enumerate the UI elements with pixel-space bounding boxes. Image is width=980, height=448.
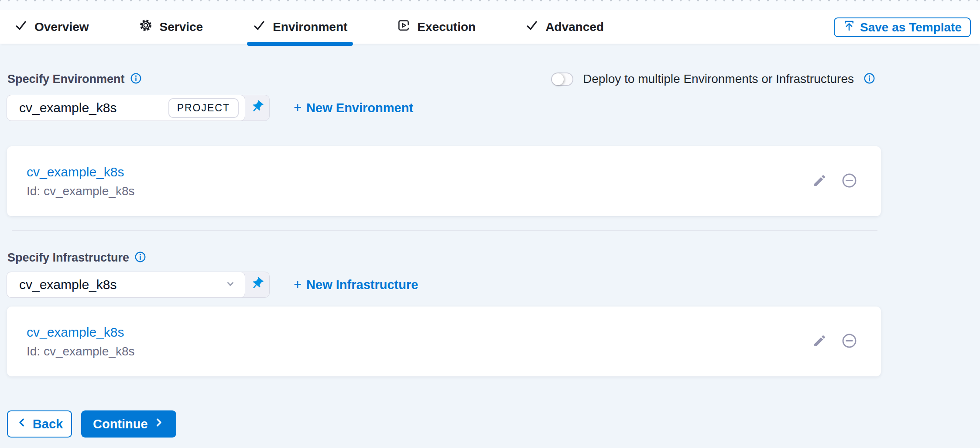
environment-pin-button[interactable] (245, 95, 269, 121)
gear-icon (139, 18, 153, 35)
check-icon (14, 19, 27, 35)
chevron-right-icon (153, 417, 164, 431)
environment-select-input[interactable]: cv_example_k8s PROJECT (7, 95, 245, 121)
environment-id-text: Id: cv_example_k8s (27, 184, 134, 198)
specify-environment-label: Specify Environment (7, 72, 125, 86)
environment-select-group: cv_example_k8s PROJECT (7, 95, 270, 121)
minus-circle-icon (841, 172, 857, 190)
infrastructure-id-text: Id: cv_example_k8s (27, 345, 134, 358)
minus-circle-icon (841, 333, 857, 350)
new-environment-label: New Environment (306, 101, 413, 115)
toggle-knob (552, 73, 564, 85)
chevron-down-icon (224, 277, 237, 292)
pencil-icon (812, 334, 827, 349)
environment-tab-panel: Specify Environment Deploy to multiple E… (0, 44, 980, 448)
chevron-left-icon (16, 417, 28, 431)
remove-infrastructure-button[interactable] (841, 333, 857, 350)
save-as-template-label: Save as Template (860, 21, 962, 34)
infrastructure-select-group: cv_example_k8s (7, 272, 270, 298)
tab-label: Advanced (545, 20, 604, 34)
infrastructure-pin-button[interactable] (245, 272, 269, 297)
pencil-icon (812, 173, 827, 189)
back-label: Back (33, 417, 63, 431)
new-environment-link[interactable]: + New Environment (294, 100, 413, 116)
edit-infrastructure-button[interactable] (812, 334, 827, 349)
new-infrastructure-link[interactable]: + New Infrastructure (294, 277, 418, 293)
infrastructure-card-info: cv_example_k8s Id: cv_example_k8s (27, 325, 134, 358)
tab-label: Service (160, 20, 203, 34)
tab-environment[interactable]: Environment (250, 10, 350, 44)
info-icon[interactable] (863, 72, 875, 86)
plus-icon: + (294, 277, 302, 293)
upload-icon (843, 20, 855, 35)
edit-environment-button[interactable] (812, 173, 827, 189)
play-square-icon (397, 19, 410, 35)
tab-service[interactable]: Service (137, 10, 206, 44)
pin-icon (250, 100, 264, 116)
infrastructure-card: cv_example_k8s Id: cv_example_k8s (7, 307, 881, 376)
multi-environment-toggle[interactable] (551, 72, 573, 86)
tab-label: Environment (273, 20, 347, 34)
check-icon (525, 19, 538, 35)
tab-overview[interactable]: Overview (12, 10, 91, 44)
scope-badge-project: PROJECT (168, 98, 239, 118)
info-icon[interactable] (130, 72, 142, 86)
save-as-template-button[interactable]: Save as Template (834, 17, 971, 37)
continue-button[interactable]: Continue (81, 410, 176, 438)
back-button[interactable]: Back (7, 410, 72, 438)
tab-label: Overview (34, 20, 89, 34)
tab-execution[interactable]: Execution (395, 10, 478, 44)
environment-name-link[interactable]: cv_example_k8s (27, 165, 134, 179)
pipeline-canvas-strip (0, 0, 980, 10)
tab-label: Execution (417, 20, 476, 34)
plus-icon: + (294, 100, 302, 116)
stage-tabbar: Overview Service Environment Execution (0, 10, 980, 44)
info-icon[interactable] (134, 251, 146, 265)
environment-card: cv_example_k8s Id: cv_example_k8s (7, 146, 881, 216)
infrastructure-select-value: cv_example_k8s (19, 277, 117, 292)
environment-select-value: cv_example_k8s (19, 100, 117, 115)
continue-label: Continue (93, 417, 148, 431)
environment-card-info: cv_example_k8s Id: cv_example_k8s (27, 165, 134, 198)
tab-advanced[interactable]: Advanced (523, 10, 606, 44)
pin-icon (250, 276, 264, 293)
check-icon (253, 19, 266, 35)
infrastructure-name-link[interactable]: cv_example_k8s (27, 325, 134, 340)
remove-environment-button[interactable] (841, 172, 857, 190)
section-divider (12, 230, 877, 231)
infrastructure-select-dropdown[interactable]: cv_example_k8s (7, 272, 245, 298)
specify-infrastructure-label: Specify Infrastructure (7, 251, 129, 265)
multi-environment-toggle-label: Deploy to multiple Environments or Infra… (583, 72, 854, 86)
new-infrastructure-label: New Infrastructure (306, 278, 418, 292)
